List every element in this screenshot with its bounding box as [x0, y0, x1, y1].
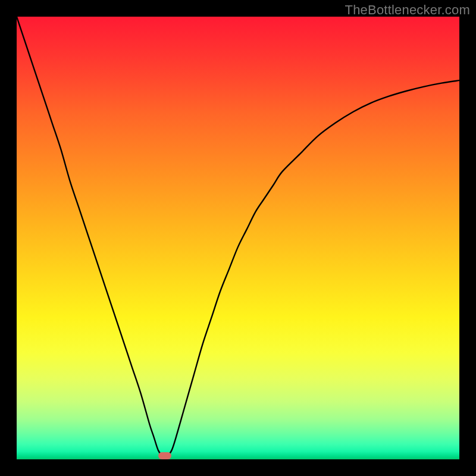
optimal-point-marker [158, 452, 171, 459]
curve-svg [17, 17, 459, 459]
watermark-text: TheBottlenecker.com [345, 2, 470, 18]
chart-frame: TheBottlenecker.com [0, 0, 476, 476]
bottleneck-curve [17, 17, 459, 456]
plot-area [17, 17, 459, 459]
